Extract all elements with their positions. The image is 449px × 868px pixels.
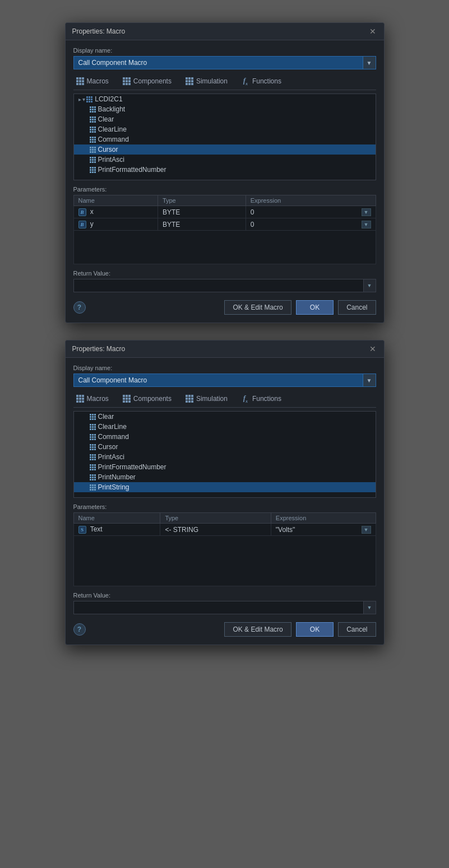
param-dropdown-y[interactable]: ▼	[362, 221, 371, 228]
grid-icon-simulation-2	[185, 395, 194, 403]
dialog-1-body: Display name: ▼ Macros Components	[66, 40, 384, 323]
dialog-1-footer: ? OK & Edit Macro OK Cancel	[73, 300, 376, 315]
return-input-2[interactable]	[73, 601, 363, 614]
tab-functions-label-2: Functions	[252, 395, 281, 403]
tree-item-2-printstring[interactable]: PrintString	[74, 482, 376, 492]
tree-item-clear[interactable]: Clear	[74, 114, 376, 124]
help-button-1[interactable]: ?	[73, 301, 86, 314]
param-expr-x[interactable]: 0 ▼	[246, 206, 376, 218]
param-type-text: <- STRING	[160, 524, 271, 536]
return-dropdown-1[interactable]: ▼	[363, 279, 376, 292]
doc-icon-printasci	[90, 157, 96, 163]
tree-2[interactable]: Clear ClearLine Command Cursor	[73, 411, 376, 498]
tree-item-cursor[interactable]: Cursor	[74, 144, 376, 155]
tree-item-command[interactable]: Command	[74, 134, 376, 144]
param-type-x: BYTE	[158, 206, 246, 218]
ok-edit-macro-button-2[interactable]: OK & Edit Macro	[224, 622, 291, 637]
tree-label-cursor: Cursor	[98, 146, 118, 153]
tree-item-2-clear[interactable]: Clear	[74, 412, 376, 422]
param-expr-text[interactable]: "Volts" ▼	[271, 524, 376, 536]
ok-edit-macro-button-1[interactable]: OK & Edit Macro	[224, 300, 291, 315]
params-table-1: Name Type Expression B x BYTE	[73, 195, 376, 231]
param-name-y: B y	[73, 218, 158, 231]
param-dropdown-text[interactable]: ▼	[362, 526, 371, 534]
tab-macros-label-2: Macros	[87, 395, 109, 403]
tree-label-2-clearline: ClearLine	[98, 423, 127, 431]
doc-icon-2-command	[90, 434, 96, 440]
tree-item-backlight[interactable]: Backlight	[74, 104, 376, 114]
tab-macros-1[interactable]: Macros	[73, 76, 111, 86]
param-icon-y: B	[78, 221, 86, 228]
tree-item-2-printnumber[interactable]: PrintNumber	[74, 472, 376, 482]
help-button-2[interactable]: ?	[73, 623, 86, 636]
param-icon-text: S	[78, 526, 86, 534]
tab-simulation-2[interactable]: Simulation	[183, 394, 230, 404]
grid-icon-simulation-1	[185, 77, 194, 85]
tree-label-2-printasci: PrintAsci	[98, 453, 124, 461]
tree-item-clearline[interactable]: ClearLine	[74, 124, 376, 134]
return-value-label-1: Return Value:	[73, 270, 376, 277]
tabs-row-2: Macros Components Simulation fx Function…	[73, 394, 376, 408]
tab-functions-1[interactable]: fx Functions	[239, 76, 284, 86]
params-table-2: Name Type Expression S Text <- STRING	[73, 512, 376, 536]
param-name-label-text: Text	[90, 525, 103, 533]
param-expr-y[interactable]: 0 ▼	[246, 218, 376, 231]
display-name-row-2: ▼	[73, 374, 376, 387]
param-dropdown-x[interactable]: ▼	[362, 208, 371, 216]
params-col-expr-2: Expression	[271, 513, 376, 524]
tree-item-printformatted[interactable]: PrintFormattedNumber	[74, 165, 376, 175]
tab-macros-label-1: Macros	[87, 77, 109, 85]
dialog-2-title: Properties: Macro	[72, 345, 126, 353]
doc-icon-2-printnumber	[90, 474, 96, 480]
display-name-dropdown-1[interactable]: ▼	[363, 56, 376, 69]
cancel-button-2[interactable]: Cancel	[338, 622, 376, 637]
ok-button-1[interactable]: OK	[296, 300, 334, 315]
tab-functions-label-1: Functions	[252, 77, 281, 85]
tree-item-lcdi2c1[interactable]: ▸ ▾ LCDI2C1	[74, 94, 376, 104]
doc-icon-cursor	[90, 147, 96, 153]
params-col-name-2: Name	[73, 513, 160, 524]
tree-toggle-lcdi2c1[interactable]: ▸ ▾	[78, 96, 86, 102]
tab-components-2[interactable]: Components	[120, 394, 174, 404]
cancel-button-1[interactable]: Cancel	[338, 300, 376, 315]
fx-icon-functions-1: fx	[241, 77, 250, 85]
display-name-dropdown-2[interactable]: ▼	[363, 374, 376, 387]
dialog-1-close-button[interactable]: ✕	[368, 27, 377, 35]
params-col-expr-1: Expression	[246, 195, 376, 206]
params-label-2: Parameters:	[73, 503, 376, 510]
param-expr-value-y: 0	[251, 221, 359, 228]
tree-item-2-command[interactable]: Command	[74, 432, 376, 442]
tree-label-printformatted: PrintFormattedNumber	[98, 166, 166, 174]
tree-item-2-clearline[interactable]: ClearLine	[74, 422, 376, 432]
param-icon-x: B	[78, 208, 86, 216]
doc-icon-2-cursor	[90, 444, 96, 450]
folder-icon-lcdi2c1	[86, 96, 92, 102]
return-input-1[interactable]	[73, 279, 363, 292]
tree-item-printasci[interactable]: PrintAsci	[74, 155, 376, 165]
doc-icon-2-clear	[90, 414, 96, 420]
tree-1[interactable]: ▸ ▾ LCDI2C1 Backlight Clear	[73, 94, 376, 180]
grid-icon-components-2	[122, 395, 131, 403]
dialog-2: Properties: Macro ✕ Display name: ▼ Macr…	[65, 340, 385, 645]
display-name-label-2: Display name:	[73, 365, 376, 371]
tree-label-command: Command	[98, 136, 129, 143]
tab-functions-2[interactable]: fx Functions	[239, 394, 284, 404]
tab-simulation-1[interactable]: Simulation	[183, 76, 230, 86]
dialog-2-close-button[interactable]: ✕	[368, 345, 377, 353]
display-name-input-2[interactable]	[73, 374, 363, 387]
display-name-input-1[interactable]	[73, 56, 363, 69]
dialog-2-footer: ? OK & Edit Macro OK Cancel	[73, 622, 376, 637]
tree-item-2-cursor[interactable]: Cursor	[74, 442, 376, 452]
doc-icon-2-printasci	[90, 454, 96, 460]
dialog-1-titlebar: Properties: Macro ✕	[66, 23, 384, 40]
ok-button-2[interactable]: OK	[296, 622, 334, 637]
doc-icon-2-clearline	[90, 424, 96, 430]
tree-label-2-command: Command	[98, 433, 129, 441]
tree-item-2-printformattednumber[interactable]: PrintFormattedNumber	[74, 462, 376, 472]
tree-item-2-printasci[interactable]: PrintAsci	[74, 452, 376, 462]
return-dropdown-2[interactable]: ▼	[363, 601, 376, 614]
doc-icon-2-printformattednumber	[90, 464, 96, 470]
tree-label-printasci: PrintAsci	[98, 156, 124, 164]
tab-components-1[interactable]: Components	[120, 76, 174, 86]
tab-macros-2[interactable]: Macros	[73, 394, 111, 404]
